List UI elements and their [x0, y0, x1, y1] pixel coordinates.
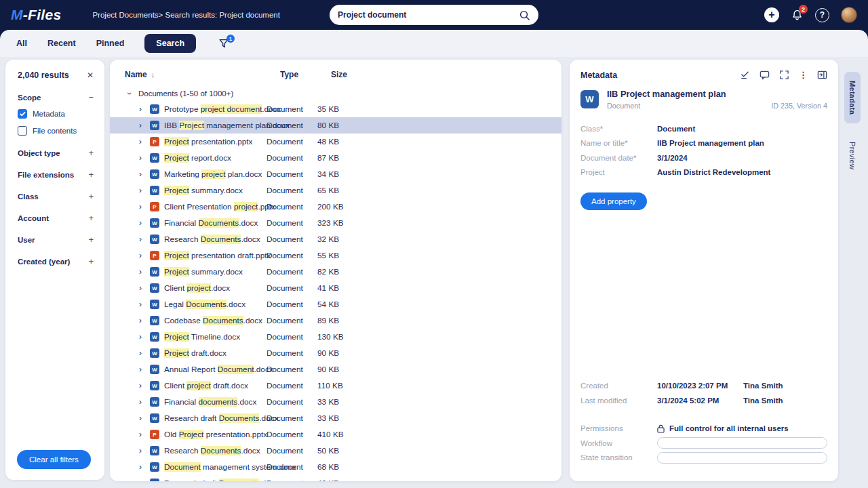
mfiles-logo[interactable]: M-Files: [11, 7, 61, 23]
workflow-input[interactable]: [657, 437, 827, 449]
chevron-right-icon[interactable]: ›: [139, 430, 146, 439]
chevron-right-icon[interactable]: ›: [139, 300, 146, 309]
file-row[interactable]: ›WResearch draft Documents.docxDocument3…: [110, 410, 561, 426]
filter-section-header[interactable]: Object type+: [18, 148, 94, 157]
group-header[interactable]: › Documents (1-50 of 1000+): [110, 85, 561, 101]
chevron-right-icon[interactable]: ›: [139, 462, 146, 472]
file-row[interactable]: ›WFinancial documents.docxDocument33 KB: [110, 394, 561, 410]
file-row[interactable]: ›WMarketing project plan.docxDocument34 …: [110, 166, 561, 182]
tab-all[interactable]: All: [16, 39, 27, 48]
notifications-button[interactable]: 2: [791, 8, 804, 22]
search-icon[interactable]: [519, 9, 530, 21]
expand-icon[interactable]: +: [88, 235, 94, 244]
rail-tab-metadata[interactable]: Metadata: [844, 72, 861, 123]
rail-tab-preview[interactable]: Preview: [844, 133, 861, 178]
file-row[interactable]: ›WProject report.docxDocument87 KB: [110, 150, 561, 166]
search-input[interactable]: [338, 10, 519, 20]
filter-section-header[interactable]: Created (year)+: [18, 257, 94, 266]
file-row[interactable]: ›POld Project presentation.pptxDocument4…: [110, 426, 561, 443]
column-name[interactable]: Name↓: [123, 70, 280, 79]
chevron-right-icon[interactable]: ›: [139, 446, 146, 455]
file-row[interactable]: ›WClient project draft.docxDocument110 K…: [110, 378, 561, 394]
chevron-right-icon[interactable]: ›: [139, 397, 146, 407]
tab-search[interactable]: Search: [144, 34, 196, 53]
checkbox-option-metadata[interactable]: Metadata: [18, 109, 94, 119]
tab-recent[interactable]: Recent: [47, 39, 76, 48]
file-row[interactable]: ›WCodebase Documents.docxDocument89 KB: [110, 312, 561, 329]
file-row[interactable]: ›WProject draft.docxDocument90 KB: [110, 345, 561, 361]
file-row[interactable]: ›WAnnual Report Document.docxDocument90 …: [110, 361, 561, 378]
fullscreen-icon[interactable]: [779, 70, 789, 80]
chevron-right-icon[interactable]: ›: [139, 348, 146, 358]
checkbox-option-file-contents[interactable]: File contents: [18, 126, 94, 136]
chevron-right-icon[interactable]: ›: [139, 218, 146, 228]
file-row[interactable]: ›WLegal Documents.docxDocument54 KB: [110, 296, 561, 312]
chevron-right-icon[interactable]: ›: [139, 267, 146, 277]
column-size[interactable]: Size: [331, 70, 561, 79]
file-row[interactable]: ›WResearch Documents.docxDocument32 KB: [110, 231, 561, 247]
file-row[interactable]: ›WClient project.docxDocument41 KB: [110, 280, 561, 296]
expand-icon[interactable]: +: [88, 148, 94, 157]
user-avatar[interactable]: [841, 7, 857, 23]
chevron-right-icon[interactable]: ›: [139, 332, 146, 342]
state-transition-input[interactable]: [657, 452, 827, 464]
help-icon[interactable]: ?: [815, 8, 829, 22]
field-value[interactable]: IIB Project management plan: [657, 139, 764, 147]
column-type[interactable]: Type: [280, 70, 331, 79]
chevron-right-icon[interactable]: ›: [139, 186, 146, 195]
file-row[interactable]: ›PClient Presentation project.pptxDocume…: [110, 199, 561, 215]
tab-pinned[interactable]: Pinned: [96, 39, 125, 48]
file-row[interactable]: ›WProject summary.docxDocument82 KB: [110, 264, 561, 280]
filter-section-header[interactable]: User+: [18, 235, 94, 244]
search-box[interactable]: [330, 5, 538, 25]
file-row[interactable]: ›WPrototype project document.docxDocumen…: [110, 101, 561, 117]
close-icon[interactable]: ✕: [87, 70, 94, 80]
field-value[interactable]: 3/1/2024: [657, 154, 688, 162]
create-new-icon[interactable]: +: [764, 7, 779, 22]
filter-section-header[interactable]: Class+: [18, 192, 94, 201]
file-row[interactable]: ›PProject presentation draft.pptxDocumen…: [110, 247, 561, 264]
check-in-icon[interactable]: [740, 70, 750, 80]
chevron-right-icon[interactable]: ›: [139, 153, 146, 163]
chevron-right-icon[interactable]: ›: [139, 283, 146, 293]
chevron-right-icon[interactable]: ›: [139, 137, 146, 146]
expand-icon[interactable]: +: [88, 214, 94, 222]
comment-icon[interactable]: [760, 70, 770, 80]
add-property-button[interactable]: Add property: [580, 192, 647, 210]
chevron-right-icon[interactable]: ›: [139, 251, 146, 260]
chevron-right-icon[interactable]: ›: [139, 316, 146, 325]
file-row[interactable]: ›WResearch Documents.docxDocument50 KB: [110, 443, 561, 459]
file-row[interactable]: ›WFinancial Documents.docxDocument323 KB: [110, 215, 561, 231]
collapse-icon[interactable]: −: [88, 93, 94, 102]
file-row[interactable]: ›WIBB Project management plan.docxDocume…: [110, 117, 561, 134]
chevron-right-icon[interactable]: ›: [139, 202, 146, 211]
chevron-right-icon[interactable]: ›: [139, 365, 146, 374]
field-value[interactable]: Austin District Redevelopment: [657, 168, 770, 176]
filter-section-header[interactable]: File extensions+: [18, 170, 94, 179]
clear-all-filters-button[interactable]: Clear all filters: [17, 450, 91, 469]
file-row[interactable]: ›WProject Timeline.docxDocument130 KB: [110, 329, 561, 345]
chevron-right-icon[interactable]: ›: [139, 479, 146, 481]
checkbox-unchecked[interactable]: [18, 126, 27, 136]
file-row[interactable]: ›WProject summary.docxDocument65 KB: [110, 182, 561, 199]
more-options-icon[interactable]: ⋮: [799, 70, 808, 79]
file-row[interactable]: ›WDocument management system.docxDocumen…: [110, 459, 561, 475]
filter-section-header[interactable]: Account+: [18, 214, 94, 222]
expand-icon[interactable]: +: [88, 257, 94, 266]
chevron-right-icon[interactable]: ›: [139, 381, 146, 390]
filter-button[interactable]: 1: [218, 37, 230, 49]
sort-descending-icon[interactable]: ↓: [151, 70, 155, 79]
file-row[interactable]: ›PProject presentation.pptxDocument48 KB: [110, 134, 561, 150]
chevron-right-icon[interactable]: ›: [139, 413, 146, 423]
checkbox-checked[interactable]: [18, 109, 27, 119]
chevron-right-icon[interactable]: ›: [139, 104, 146, 114]
chevron-right-icon[interactable]: ›: [139, 121, 146, 130]
chevron-right-icon[interactable]: ›: [139, 169, 146, 179]
chevron-right-icon[interactable]: ›: [139, 235, 146, 244]
chevron-down-icon[interactable]: ›: [125, 89, 134, 98]
hide-panel-icon[interactable]: [817, 70, 827, 80]
filter-section-header[interactable]: Scope−: [18, 93, 94, 102]
expand-icon[interactable]: +: [88, 192, 94, 201]
expand-icon[interactable]: +: [88, 170, 94, 179]
breadcrumb[interactable]: Project Documents> Search results: Proje…: [92, 11, 279, 19]
